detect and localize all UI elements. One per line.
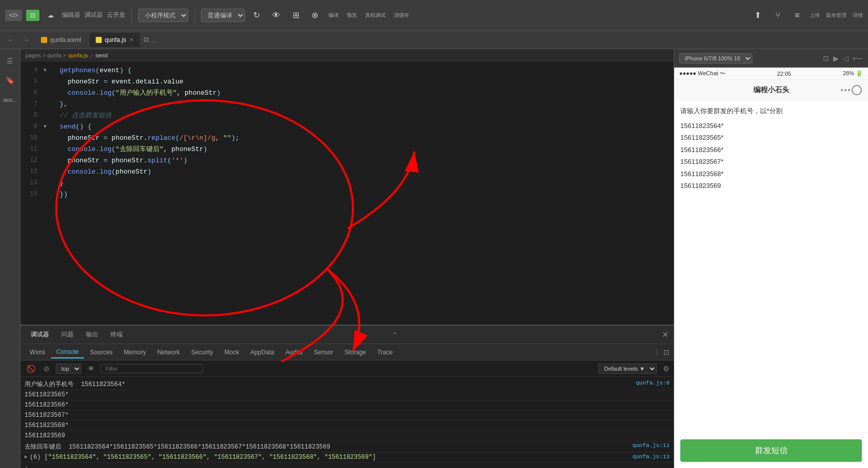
cloud-label: 云开发 <box>107 11 125 19</box>
tab-js[interactable]: qunfa.js ✕ <box>90 33 140 47</box>
expand-array-btn[interactable]: ▶ <box>25 454 28 460</box>
console-log-9: › <box>20 463 674 468</box>
preview-icon-btn[interactable]: 👁 <box>268 9 284 22</box>
console-source-8[interactable]: qunfa.js:13 <box>632 454 670 460</box>
devtools-panel: 调试器 问题 输出 终端 ⌃ ✕ Wxml Console Sources Me… <box>20 325 674 468</box>
phone-title-bar: 编程小石头 <box>674 80 868 100</box>
code-line-11: 11 console.log("去除回车键后", phoneStr) <box>20 144 674 156</box>
line-content-14: } <box>52 178 674 189</box>
mode-select[interactable]: 小程序模式 <box>138 9 188 22</box>
console-gear-btn[interactable]: ⚙ <box>663 365 670 373</box>
devtools-tab-wxml[interactable]: Wxml <box>25 347 50 358</box>
code-line-13: 13 console.log(phoneStr) <box>20 167 674 178</box>
devtools-title-tab-output[interactable]: 输出 <box>81 328 103 341</box>
detail-btn[interactable]: ≡ <box>791 9 804 22</box>
breadcrumb-function: send <box>95 52 107 58</box>
code-editor[interactable]: 4 ▼ getphones(event) { 5 phoneStr = even… <box>20 61 674 325</box>
console-log-1: 用户输入的手机号 15611823564* qunfa.js:6 <box>20 379 674 390</box>
devtools-expand-btn[interactable]: ⊡ <box>663 348 670 356</box>
sep1 <box>131 8 132 23</box>
phone-back-icon[interactable]: ⟵ <box>853 54 863 62</box>
compile-select[interactable]: 普通编译 <box>201 9 245 22</box>
devtools-title-tab-debugger[interactable]: 调试器 <box>26 328 54 341</box>
more-btn[interactable]: … <box>151 36 158 44</box>
dot2 <box>844 89 847 91</box>
phone-rotate-icon[interactable]: ⊡ <box>823 54 829 62</box>
devtools-collapse-btn[interactable]: ⌃ <box>392 331 398 339</box>
sidebar: ☰ 🔖 iaos... <box>0 49 20 468</box>
code-editor-btn[interactable]: </> <box>5 10 22 21</box>
line-content-10: phoneStr = phoneStr.replace(/[\r\n]/g, "… <box>52 133 674 144</box>
devtools-tab-security[interactable]: Security <box>186 347 218 358</box>
devtools-tab-mock[interactable]: Mock <box>219 347 244 358</box>
devtools-title-tab-terminal[interactable]: 终端 <box>105 328 128 341</box>
main-layout: ☰ 🔖 iaos... pages > qunfa > qunfa.js > s… <box>0 49 868 468</box>
devtools-title-tab-issues[interactable]: 问题 <box>56 328 79 341</box>
devtools-close-btn[interactable]: ✕ <box>662 330 669 339</box>
console-pause-btn[interactable]: ⊘ <box>41 364 52 374</box>
upload-btn[interactable]: ⬆ <box>750 8 765 22</box>
sidebar-menu-icon[interactable]: ☰ <box>3 53 18 69</box>
tab-back-btn[interactable]: ← <box>4 35 17 45</box>
code-line-14: 14 } <box>20 178 674 189</box>
cloud-dev-btn[interactable]: ☁ <box>43 10 58 21</box>
phone-play-icon[interactable]: ▶ <box>833 54 839 62</box>
devtools-tab-more-btn[interactable]: ⋮ <box>654 348 660 356</box>
devtools-tab-network[interactable]: Network <box>152 347 185 358</box>
fold-14 <box>43 178 52 179</box>
split-view-btn[interactable]: ⧉ <box>144 35 149 44</box>
devtools-tab-storage[interactable]: Storage <box>340 347 371 358</box>
tab-wxml[interactable]: qunfa.wxml <box>35 33 87 47</box>
phone-menu-dots <box>841 85 862 95</box>
phone-screen: ●●●●● WeChat 〜 22:05 28% 🔋 编程小石头 请输入你要群发… <box>674 68 868 468</box>
device-select[interactable]: iPhone 6/7/8 100% 16 <box>679 53 752 63</box>
realtest-icon-btn[interactable]: ⊞ <box>288 8 303 22</box>
phone-audio-icon[interactable]: ◁ <box>843 54 849 62</box>
refresh-btn[interactable]: ↻ <box>249 8 264 22</box>
debugger-btn[interactable]: ⊡ <box>26 10 39 21</box>
fold-12 <box>43 156 52 157</box>
console-source-7[interactable]: qunfa.js:11 <box>632 442 670 449</box>
devtools-tab-console[interactable]: Console <box>51 346 84 358</box>
devtools-tab-audits[interactable]: Audits <box>280 347 307 358</box>
devtools-header: 调试器 问题 输出 终端 ⌃ ✕ <box>20 326 674 344</box>
console-source-1[interactable]: qunfa.js:6 <box>636 380 670 386</box>
sidebar-item-pages[interactable]: iaos... <box>3 92 18 108</box>
line-num-13: 13 <box>20 167 43 177</box>
send-sms-btn[interactable]: 群发短信 <box>680 439 862 462</box>
console-filter-input[interactable] <box>101 364 203 373</box>
console-clear-btn[interactable]: 🚫 <box>25 364 37 374</box>
devtools-tab-memory[interactable]: Memory <box>119 347 151 358</box>
line-num-14: 14 <box>20 178 43 188</box>
devtools-tab-sources[interactable]: Sources <box>85 347 118 358</box>
phone-preview: iPhone 6/7/8 100% 16 ⊡ ▶ ◁ ⟵ ●●●●● WeCha… <box>674 49 868 468</box>
tab-bar: ← → qunfa.wxml qunfa.js ✕ ⧉ … <box>0 31 868 49</box>
console-line-text-1: 用户输入的手机号 15611823564* <box>25 380 632 389</box>
line-num-8: 8 <box>20 111 43 120</box>
version-text: 版本管理 <box>826 12 847 19</box>
code-line-5: 5 phoneStr = event.detail.value <box>20 77 674 88</box>
tab-forward-btn[interactable]: → <box>19 35 33 45</box>
line-num-15: 15 <box>20 189 43 199</box>
dot1 <box>841 89 843 91</box>
devtools-tab-appdata[interactable]: AppData <box>245 347 279 358</box>
console-line-text-2: 15611823565* <box>25 391 670 398</box>
console-inspect-btn[interactable]: 👁 <box>85 364 97 374</box>
tab-close-btn[interactable]: ✕ <box>129 37 133 42</box>
phone-footer: 群发短信 <box>674 433 868 468</box>
console-log-3: 15611823566* <box>20 400 674 411</box>
fold-4[interactable]: ▼ <box>43 66 52 75</box>
devtools-tab-trace[interactable]: Trace <box>372 347 398 358</box>
fold-9[interactable]: ▼ <box>43 122 52 131</box>
console-levels-select[interactable]: Default levels ▼ <box>598 364 657 374</box>
console-output: 用户输入的手机号 15611823564* qunfa.js:6 1561182… <box>20 377 674 468</box>
version-btn[interactable]: ⑂ <box>771 9 785 22</box>
fold-15 <box>43 189 52 190</box>
clearcache-icon-btn[interactable]: ⊗ <box>307 8 322 22</box>
preview-text: 预览 <box>347 12 357 19</box>
fold-6 <box>43 88 52 89</box>
sidebar-bookmark-icon[interactable]: 🔖 <box>3 73 18 88</box>
devtools-tab-sensor[interactable]: Sensor <box>309 347 339 358</box>
fold-11 <box>43 144 52 145</box>
console-context-select[interactable]: top <box>56 364 81 374</box>
